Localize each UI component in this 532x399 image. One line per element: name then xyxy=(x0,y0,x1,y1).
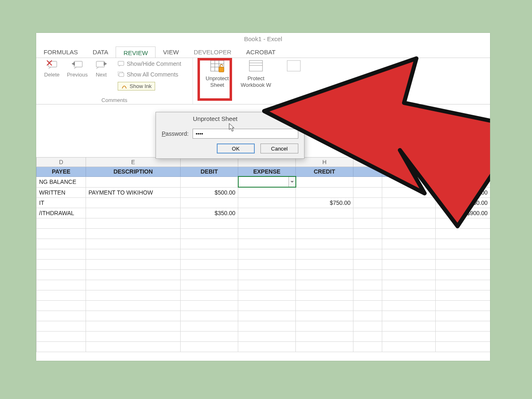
cell[interactable] xyxy=(86,270,181,280)
cell[interactable] xyxy=(353,332,382,342)
cell[interactable] xyxy=(238,208,296,218)
cell[interactable] xyxy=(181,229,238,239)
cell[interactable] xyxy=(37,229,86,239)
cell[interactable]: $1,000.00 xyxy=(436,176,490,187)
filter-dropdown-icon[interactable] xyxy=(288,176,296,187)
cell[interactable] xyxy=(436,260,490,270)
cell[interactable] xyxy=(353,280,382,290)
column-header[interactable]: I xyxy=(353,158,382,167)
cell[interactable] xyxy=(296,311,353,321)
cell[interactable] xyxy=(238,280,296,290)
next-comment-button[interactable]: Next xyxy=(90,60,113,78)
cell[interactable] xyxy=(181,260,238,270)
cell[interactable] xyxy=(86,290,181,301)
field-header[interactable]: DEBIT xyxy=(181,167,238,177)
cell[interactable] xyxy=(86,239,181,249)
cell[interactable] xyxy=(436,218,490,229)
cell[interactable] xyxy=(436,290,490,301)
cell[interactable] xyxy=(436,229,490,239)
dialog-titlebar[interactable]: Unprotect Sheet ? ✕ xyxy=(156,112,304,125)
cell[interactable] xyxy=(181,342,238,352)
cell[interactable] xyxy=(353,321,382,332)
column-header[interactable] xyxy=(382,158,436,167)
tab-view[interactable]: VIEW xyxy=(156,46,186,59)
cell[interactable] xyxy=(181,270,238,280)
cell[interactable] xyxy=(37,239,86,249)
cell[interactable] xyxy=(296,176,353,187)
cancel-button[interactable]: Cancel xyxy=(260,144,298,153)
cell[interactable] xyxy=(296,280,353,290)
tab-formulas[interactable]: FORMULAS xyxy=(36,46,85,59)
cell[interactable] xyxy=(238,229,296,239)
field-header[interactable] xyxy=(353,167,382,177)
cell[interactable] xyxy=(353,311,382,321)
cell[interactable] xyxy=(238,249,296,260)
cell[interactable] xyxy=(37,249,86,260)
cell[interactable] xyxy=(436,301,490,311)
cell[interactable] xyxy=(296,332,353,342)
delete-comment-button[interactable]: Delete xyxy=(40,60,63,78)
cell[interactable] xyxy=(37,301,86,311)
cell[interactable]: $1,250.00 xyxy=(436,198,490,208)
cell[interactable] xyxy=(181,198,238,208)
tab-acrobat[interactable]: ACROBAT xyxy=(239,46,283,59)
cell[interactable] xyxy=(238,270,296,280)
cell[interactable] xyxy=(37,270,86,280)
cell[interactable] xyxy=(86,342,181,352)
cell[interactable] xyxy=(353,301,382,311)
cell[interactable] xyxy=(238,176,296,187)
cell[interactable] xyxy=(86,218,181,229)
column-header[interactable]: D xyxy=(37,158,86,167)
cell[interactable] xyxy=(181,321,238,332)
cell[interactable] xyxy=(86,229,181,239)
cell[interactable] xyxy=(382,270,436,280)
cell[interactable] xyxy=(238,311,296,321)
cell[interactable] xyxy=(238,239,296,249)
tab-developer[interactable]: DEVELOPER xyxy=(186,46,239,59)
cell[interactable] xyxy=(181,239,238,249)
cell[interactable] xyxy=(296,290,353,301)
cell[interactable] xyxy=(238,198,296,208)
cell[interactable] xyxy=(382,249,436,260)
ok-button[interactable]: OK xyxy=(217,144,255,153)
dialog-help-button[interactable]: ? xyxy=(274,115,285,122)
cell[interactable] xyxy=(436,270,490,280)
cell[interactable] xyxy=(382,321,436,332)
protect-workbook-button[interactable]: Protect Workbook W xyxy=(239,60,272,88)
cell[interactable] xyxy=(181,249,238,260)
cell[interactable] xyxy=(436,239,490,249)
cell[interactable] xyxy=(86,332,181,342)
cell[interactable] xyxy=(181,280,238,290)
cell[interactable] xyxy=(382,290,436,301)
cell[interactable] xyxy=(382,187,436,198)
cell[interactable] xyxy=(353,239,382,249)
cell[interactable] xyxy=(238,187,296,198)
cell[interactable]: NG BALANCE xyxy=(37,176,86,187)
field-header[interactable]: PAYEE xyxy=(37,167,86,177)
cell[interactable] xyxy=(86,249,181,260)
cell[interactable] xyxy=(353,176,382,187)
cell[interactable] xyxy=(86,198,181,208)
cell[interactable] xyxy=(382,239,436,249)
cell[interactable] xyxy=(296,342,353,352)
cell[interactable] xyxy=(353,208,382,218)
cell[interactable] xyxy=(37,260,86,270)
cell[interactable] xyxy=(382,229,436,239)
cell[interactable] xyxy=(86,260,181,270)
cell[interactable] xyxy=(238,321,296,332)
cell[interactable]: /ITHDRAWAL xyxy=(37,208,86,218)
cell[interactable] xyxy=(382,260,436,270)
cell[interactable] xyxy=(353,260,382,270)
cell[interactable] xyxy=(37,321,86,332)
unprotect-sheet-button[interactable]: Unprotect Sheet xyxy=(201,60,234,88)
cell[interactable]: IT xyxy=(37,198,86,208)
cell[interactable] xyxy=(37,280,86,290)
cell[interactable] xyxy=(86,176,181,187)
cell[interactable] xyxy=(181,176,238,187)
field-header[interactable]: DESCRIPTION xyxy=(86,167,181,177)
cell[interactable] xyxy=(436,280,490,290)
cell[interactable] xyxy=(382,218,436,229)
cell[interactable] xyxy=(181,301,238,311)
cell[interactable] xyxy=(181,311,238,321)
cell[interactable] xyxy=(238,218,296,229)
